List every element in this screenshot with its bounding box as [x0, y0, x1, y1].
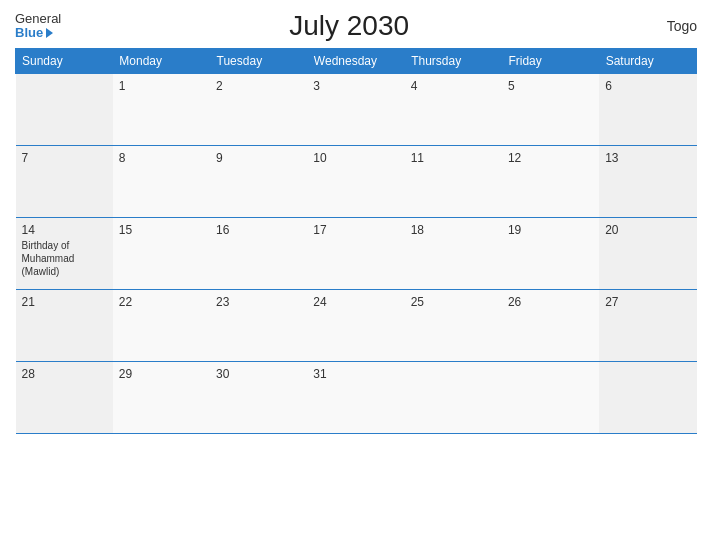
calendar-cell: 21	[16, 290, 113, 362]
calendar-week-row: 123456	[16, 74, 697, 146]
calendar-cell: 11	[405, 146, 502, 218]
calendar-header-row: SundayMondayTuesdayWednesdayThursdayFrid…	[16, 49, 697, 74]
day-number: 23	[216, 295, 301, 309]
calendar-cell: 15	[113, 218, 210, 290]
calendar-cell: 8	[113, 146, 210, 218]
day-number: 6	[605, 79, 690, 93]
day-number: 9	[216, 151, 301, 165]
calendar-cell: 25	[405, 290, 502, 362]
day-number: 24	[313, 295, 398, 309]
day-number: 1	[119, 79, 204, 93]
calendar-cell: 12	[502, 146, 599, 218]
calendar-cell	[502, 362, 599, 434]
day-number: 8	[119, 151, 204, 165]
logo: General Blue	[15, 12, 61, 41]
col-header-monday: Monday	[113, 49, 210, 74]
calendar-cell: 3	[307, 74, 404, 146]
calendar-cell	[599, 362, 696, 434]
calendar-week-row: 21222324252627	[16, 290, 697, 362]
col-header-thursday: Thursday	[405, 49, 502, 74]
day-number: 16	[216, 223, 301, 237]
day-number: 25	[411, 295, 496, 309]
day-number: 20	[605, 223, 690, 237]
calendar-cell: 18	[405, 218, 502, 290]
day-number: 18	[411, 223, 496, 237]
calendar-cell: 6	[599, 74, 696, 146]
day-number: 19	[508, 223, 593, 237]
logo-triangle-icon	[46, 28, 53, 38]
day-number: 22	[119, 295, 204, 309]
calendar-cell: 31	[307, 362, 404, 434]
logo-blue-text: Blue	[15, 26, 53, 40]
calendar-cell: 23	[210, 290, 307, 362]
col-header-wednesday: Wednesday	[307, 49, 404, 74]
calendar-cell: 28	[16, 362, 113, 434]
col-header-sunday: Sunday	[16, 49, 113, 74]
calendar-cell: 27	[599, 290, 696, 362]
calendar-cell: 9	[210, 146, 307, 218]
calendar-cell: 19	[502, 218, 599, 290]
calendar-cell: 5	[502, 74, 599, 146]
calendar-cell: 20	[599, 218, 696, 290]
calendar-cell	[16, 74, 113, 146]
day-number: 2	[216, 79, 301, 93]
calendar-cell: 7	[16, 146, 113, 218]
calendar-week-row: 14Birthday of Muhammad (Mawlid)151617181…	[16, 218, 697, 290]
calendar-cell: 29	[113, 362, 210, 434]
day-number: 15	[119, 223, 204, 237]
day-number: 27	[605, 295, 690, 309]
calendar-cell: 1	[113, 74, 210, 146]
day-number: 12	[508, 151, 593, 165]
col-header-friday: Friday	[502, 49, 599, 74]
country-name: Togo	[637, 18, 697, 34]
col-header-tuesday: Tuesday	[210, 49, 307, 74]
col-header-saturday: Saturday	[599, 49, 696, 74]
day-number: 13	[605, 151, 690, 165]
calendar-cell: 10	[307, 146, 404, 218]
day-number: 31	[313, 367, 398, 381]
logo-general-text: General	[15, 12, 61, 26]
calendar-cell: 2	[210, 74, 307, 146]
calendar-cell: 22	[113, 290, 210, 362]
calendar-cell: 4	[405, 74, 502, 146]
day-number: 17	[313, 223, 398, 237]
day-number: 26	[508, 295, 593, 309]
day-number: 29	[119, 367, 204, 381]
calendar-cell: 16	[210, 218, 307, 290]
calendar-title: July 2030	[61, 10, 637, 42]
calendar-cell: 13	[599, 146, 696, 218]
day-number: 7	[22, 151, 107, 165]
day-number: 4	[411, 79, 496, 93]
day-number: 14	[22, 223, 107, 237]
calendar-cell: 30	[210, 362, 307, 434]
calendar-header: General Blue July 2030 Togo	[15, 10, 697, 42]
calendar-week-row: 28293031	[16, 362, 697, 434]
calendar-cell	[405, 362, 502, 434]
calendar-table: SundayMondayTuesdayWednesdayThursdayFrid…	[15, 48, 697, 434]
day-number: 3	[313, 79, 398, 93]
calendar-week-row: 78910111213	[16, 146, 697, 218]
calendar-cell: 14Birthday of Muhammad (Mawlid)	[16, 218, 113, 290]
calendar-cell: 24	[307, 290, 404, 362]
day-number: 30	[216, 367, 301, 381]
day-number: 5	[508, 79, 593, 93]
day-number: 28	[22, 367, 107, 381]
event-text: Birthday of Muhammad (Mawlid)	[22, 239, 107, 278]
day-number: 10	[313, 151, 398, 165]
calendar-cell: 17	[307, 218, 404, 290]
calendar-cell: 26	[502, 290, 599, 362]
day-number: 21	[22, 295, 107, 309]
day-number: 11	[411, 151, 496, 165]
